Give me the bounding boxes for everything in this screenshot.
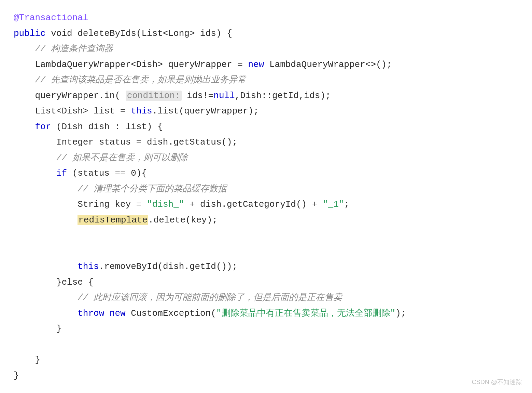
comment-5: // 此时应该回滚，因为可能前面的删除了，但是后面的是正在售卖 [78, 293, 342, 303]
line-5: // 先查询该菜品是否在售卖，如果是则抛出业务异常 [14, 72, 518, 88]
line-10: // 如果不是在售卖，则可以删除 [14, 150, 518, 166]
comment-2: // 先查询该菜品是否在售卖，如果是则抛出业务异常 [35, 75, 246, 85]
line-14: redisTemplate.delete(key); [14, 213, 518, 228]
comment-3: // 如果不是在售卖，则可以删除 [56, 153, 188, 163]
line-17: this.removeById(dish.getId()); [14, 259, 518, 275]
redis-template-highlight: redisTemplate [78, 215, 148, 225]
line-6: queryWrapper.in( condition: ids!=null,Di… [14, 88, 518, 104]
line-22 [14, 337, 518, 353]
line-15 [14, 228, 518, 244]
type-void: void [51, 28, 72, 39]
string-1: "dish_" [147, 199, 184, 209]
line-9: Integer status = dish.getStatus(); [14, 135, 518, 150]
code-container: @Transactional public void deleteByIds(L… [0, 0, 532, 393]
watermark: CSDN @不知迷踪 [472, 378, 522, 386]
line-3: // 构造条件查询器 [14, 41, 518, 57]
keyword-public: public [14, 28, 46, 39]
keyword-new-1: new [248, 59, 264, 70]
line-1: @Transactional [14, 10, 518, 26]
this-keyword-2: this [78, 261, 99, 272]
keyword-new-2: new [110, 308, 126, 319]
line-16 [14, 244, 518, 259]
comment-4: // 清理某个分类下面的菜品缓存数据 [78, 184, 227, 194]
line-21: } [14, 321, 518, 337]
line-18: }else { [14, 275, 518, 290]
line-7: List<Dish> list = this.list(queryWrapper… [14, 104, 518, 119]
line-8: for (Dish dish : list) { [14, 119, 518, 135]
line-12: // 清理某个分类下面的菜品缓存数据 [14, 181, 518, 197]
for-keyword: for [35, 122, 51, 132]
code-block: @Transactional public void deleteByIds(L… [14, 10, 518, 383]
line-23: } [14, 352, 518, 368]
string-2: "_1" [323, 199, 344, 209]
if-keyword: if [56, 168, 67, 178]
line-11: if (status == 0){ [14, 166, 518, 181]
keyword-null: null [213, 91, 235, 101]
throw-keyword: throw [78, 308, 104, 319]
annotation: @Transactional [14, 13, 88, 23]
line-19: // 此时应该回滚，因为可能前面的删除了，但是后面的是正在售卖 [14, 290, 518, 306]
line-2: public void deleteByIds(List<Long> ids) … [14, 26, 518, 42]
line-24: } [14, 368, 518, 384]
string-3: "删除菜品中有正在售卖菜品，无法全部删除" [216, 308, 395, 319]
line-4: LambdaQueryWrapper<Dish> queryWrapper = … [14, 57, 518, 73]
line-13: String key = "dish_" + dish.getCategoryI… [14, 197, 518, 213]
line-20: throw new CustomException("删除菜品中有正在售卖菜品，… [14, 306, 518, 322]
comment-1: // 构造条件查询器 [35, 44, 113, 54]
this-keyword-1: this [131, 106, 152, 116]
param-hint-condition: condition: [126, 91, 182, 101]
